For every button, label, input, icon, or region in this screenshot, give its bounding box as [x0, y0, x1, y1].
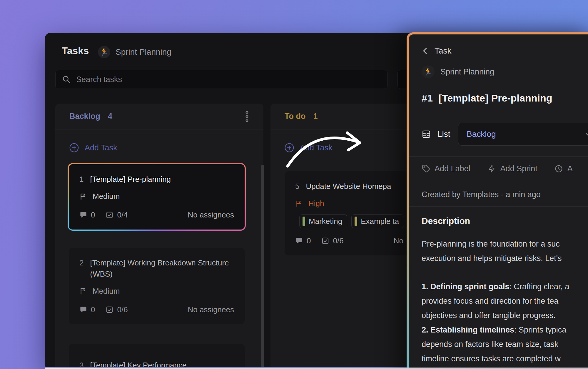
page-title: Tasks [62, 45, 89, 56]
annotation-arrow [286, 129, 367, 170]
description-body: Pre-planning is the foundation for a suc… [422, 237, 588, 366]
flag-icon [295, 200, 303, 207]
priority-row: High [295, 198, 403, 208]
chevron-left-icon [422, 47, 429, 55]
column-name: Backlog [69, 112, 100, 121]
task-number: 3 [79, 360, 83, 367]
checklist-icon [106, 211, 113, 219]
clock-icon [554, 164, 563, 173]
workspace-emoji: 🏃 [98, 46, 110, 58]
chevron-down-icon [584, 130, 588, 138]
task-title: [Template] Pre-planning [90, 174, 171, 185]
label-color-bar [355, 217, 357, 226]
task-title: [Template] Working Breakdown Structure (… [90, 257, 234, 280]
task-card[interactable]: 2 [Template] Working Breakdown Structure… [69, 248, 245, 324]
assignees-label: No [394, 236, 403, 245]
checklist-count: 0/6 [117, 305, 128, 314]
created-by-line: Created by Templates - a min ago [422, 189, 541, 200]
task-detail-panel: Task 🏃 Sprint Planning #1 [Template] Pre… [407, 32, 588, 369]
column-backlog: Backlog 4 Add Task 1 [Template] Pre-plan… [55, 104, 263, 367]
assignees-label: No assignees [188, 210, 234, 220]
list-dropdown-value: Backlog [467, 129, 496, 139]
task-number: 2 [79, 257, 83, 280]
checklist-icon [321, 237, 329, 245]
plus-circle-icon [69, 143, 79, 152]
column-name: To do [285, 112, 305, 121]
workspace-name: Sprint Planning [116, 47, 171, 57]
checklist-count: 0/6 [333, 236, 343, 245]
task-card[interactable]: 3 [Template] Key Performance [69, 344, 245, 367]
comment-count: 0 [91, 305, 95, 314]
comment-icon [295, 237, 303, 245]
workspace-emoji: 🏃 [422, 65, 435, 78]
label-color-bar [303, 217, 305, 226]
bottom-reflection-strip [45, 368, 588, 369]
task-card-selected[interactable]: 1 [Template] Pre-planning Medium 0 0/4 N… [68, 163, 246, 231]
back-button[interactable]: Task [422, 44, 452, 57]
comment-icon [79, 306, 87, 314]
priority-row: Medium [79, 191, 234, 201]
kebab-menu-icon[interactable] [245, 110, 249, 123]
add-sprint-button[interactable]: Add Sprint [487, 164, 537, 173]
task-card[interactable]: 5 Update Website Homepa High Marketing [285, 171, 414, 255]
column-todo-header: To do 1 [270, 104, 409, 129]
task-title: Update Website Homepa [306, 181, 391, 192]
workspace-switcher[interactable]: 🏃 Sprint Planning [98, 46, 171, 58]
task-number: 1 [79, 174, 83, 185]
flag-icon [79, 287, 87, 295]
list-icon [422, 129, 431, 139]
description-heading: Description [422, 215, 470, 227]
column-backlog-header: Backlog 4 [55, 104, 263, 129]
label-chip[interactable]: Example ta [351, 214, 404, 228]
lightning-icon [487, 164, 496, 173]
search-bar[interactable] [55, 70, 387, 89]
column-count: 1 [313, 112, 318, 121]
column-count: 4 [108, 112, 112, 121]
priority-row: Medium [79, 286, 234, 296]
add-task-button[interactable]: Add Task [69, 141, 117, 155]
assignees-label: No assignees [188, 305, 234, 314]
checklist-count: 0/4 [117, 210, 128, 220]
desktop-background: Tasks 🏃 Sprint Planning Backlog 4 Add Ta… [0, 0, 588, 369]
task-title: [Template] Pre-planning [439, 92, 552, 104]
task-number: 5 [295, 181, 299, 192]
task-actions-row: Add Label Add Sprint A [422, 160, 573, 177]
column-scrollbar[interactable] [261, 165, 264, 367]
comment-icon [79, 211, 87, 219]
label-chip[interactable]: Marketing [299, 214, 347, 228]
add-label-button[interactable]: Add Label [422, 164, 470, 173]
checklist-icon [106, 306, 113, 314]
task-title: [Template] Key Performance [90, 360, 186, 367]
panel-workspace[interactable]: 🏃 Sprint Planning [422, 65, 494, 79]
list-field-label: List [422, 123, 450, 146]
search-icon [62, 75, 71, 84]
search-input[interactable] [76, 75, 381, 84]
tag-icon [422, 164, 430, 173]
workspace-name: Sprint Planning [440, 67, 494, 77]
divider [409, 206, 588, 207]
task-number: #1 [422, 92, 433, 104]
divider [409, 156, 588, 157]
list-dropdown[interactable]: Backlog [458, 123, 588, 146]
labels-row: Marketing Example ta [295, 214, 403, 228]
comment-count: 0 [307, 236, 311, 245]
flag-icon [79, 192, 87, 200]
comment-count: 0 [91, 210, 95, 220]
task-detail-title: #1 [Template] Pre-planning [422, 90, 552, 106]
add-due-date-button[interactable]: A [554, 164, 573, 173]
